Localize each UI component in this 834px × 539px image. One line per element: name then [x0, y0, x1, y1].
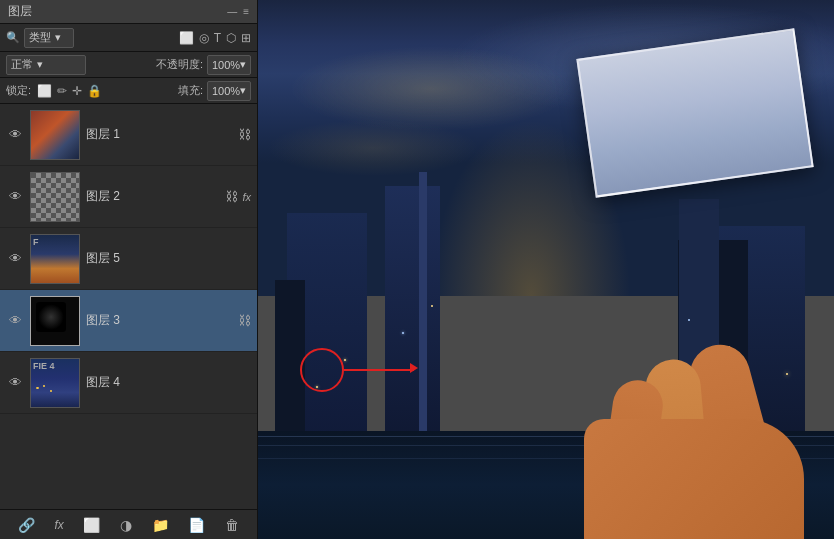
layer4-visibility-toggle[interactable]: 👁 [6, 375, 24, 390]
add-mask-button[interactable]: ⬜ [79, 515, 104, 535]
layer-item-2[interactable]: 👁 图层 2 ⛓ fx [0, 166, 257, 228]
layer-item-5[interactable]: 👁 F 图层 5 [0, 228, 257, 290]
blend-mode-dropdown[interactable]: 正常 ▾ [6, 55, 86, 75]
filter-type-arrow: ▾ [55, 31, 61, 44]
filter-adjust-icon[interactable]: ◎ [199, 31, 209, 45]
fill-arrow: ▾ [240, 84, 246, 97]
panel-footer: 🔗 fx ⬜ ◑ 📁 📄 🗑 [0, 509, 257, 539]
panel-menu-icon[interactable]: ≡ [243, 6, 249, 17]
new-group-button[interactable]: 📁 [148, 515, 173, 535]
filter-type-dropdown[interactable]: 类型 ▾ [24, 28, 74, 48]
lock-position-icon[interactable]: ✛ [72, 84, 82, 98]
opacity-value[interactable]: 100% ▾ [207, 55, 251, 75]
link-layers-button[interactable]: 🔗 [14, 515, 39, 535]
add-fx-button[interactable]: fx [50, 516, 67, 534]
filter-smart-icon[interactable]: ⊞ [241, 31, 251, 45]
layer3-link-icon[interactable]: ⛓ [238, 313, 251, 328]
lock-paint-icon[interactable]: ✏ [57, 84, 67, 98]
layer2-link-icon[interactable]: ⛓ [225, 189, 238, 204]
layer3-name: 图层 3 [86, 312, 234, 329]
panel-header-controls: — ≡ [227, 6, 249, 17]
filter-shape-icon[interactable]: ⬡ [226, 31, 236, 45]
panel-header: 图层 — ≡ [0, 0, 257, 24]
layer2-name: 图层 2 [86, 188, 221, 205]
lock-icons-group: ⬜ ✏ ✛ 🔒 [37, 84, 102, 98]
fill-value[interactable]: 100% ▾ [207, 81, 251, 101]
layer4-thumbnail: FIE 4 [30, 358, 80, 408]
panel-minimize-icon[interactable]: — [227, 6, 237, 17]
fill-row: 填充: 100% ▾ [178, 81, 251, 101]
layer1-visibility-toggle[interactable]: 👁 [6, 127, 24, 142]
opacity-label: 不透明度: [156, 57, 203, 72]
delete-layer-button[interactable]: 🗑 [221, 515, 243, 535]
layers-list: 👁 图层 1 ⛓ 👁 图层 2 ⛓ fx 👁 F 图层 5 [0, 104, 257, 509]
filter-icons-group: ⬜ ◎ T ⬡ ⊞ [179, 31, 251, 45]
photo-card-inner [579, 31, 812, 196]
layers-panel: 图层 — ≡ 🔍 类型 ▾ ⬜ ◎ T ⬡ ⊞ 正常 ▾ 不透明度: 100% [0, 0, 258, 539]
filter-type-icon[interactable]: T [214, 31, 221, 45]
filter-pixel-icon[interactable]: ⬜ [179, 31, 194, 45]
add-adjustment-button[interactable]: ◑ [116, 515, 136, 535]
layer2-visibility-toggle[interactable]: 👁 [6, 189, 24, 204]
opacity-row: 不透明度: 100% ▾ [156, 55, 251, 75]
canvas-area [258, 0, 834, 539]
layer1-thumbnail [30, 110, 80, 160]
layer4-name: 图层 4 [86, 374, 251, 391]
layer5-name: 图层 5 [86, 250, 251, 267]
opacity-arrow: ▾ [240, 58, 246, 71]
fill-number: 100% [212, 85, 240, 97]
layer3-thumbnail [30, 296, 80, 346]
layer1-link-icon[interactable]: ⛓ [238, 127, 251, 142]
layer2-fx-icon[interactable]: fx [242, 191, 251, 203]
filter-label-q: 🔍 [6, 31, 20, 44]
layer-item-3[interactable]: 👁 图层 3 ⛓ [0, 290, 257, 352]
fill-label: 填充: [178, 83, 203, 98]
new-layer-button[interactable]: 📄 [184, 515, 209, 535]
layer1-name: 图层 1 [86, 126, 234, 143]
layer-item-4[interactable]: 👁 FIE 4 图层 4 [0, 352, 257, 414]
lock-row: 锁定: ⬜ ✏ ✛ 🔒 填充: 100% ▾ [0, 78, 257, 104]
blend-mode-arrow: ▾ [37, 58, 43, 71]
lock-all-icon[interactable]: 🔒 [87, 84, 102, 98]
filter-bar: 🔍 类型 ▾ ⬜ ◎ T ⬡ ⊞ [0, 24, 257, 52]
layer5-visibility-toggle[interactable]: 👁 [6, 251, 24, 266]
blend-mode-label: 正常 [11, 57, 33, 72]
hand-area [434, 259, 834, 539]
lock-transparent-icon[interactable]: ⬜ [37, 84, 52, 98]
layer-item-1[interactable]: 👁 图层 1 ⛓ [0, 104, 257, 166]
panel-title: 图层 [8, 3, 32, 20]
opacity-number: 100% [212, 59, 240, 71]
layer2-thumbnail [30, 172, 80, 222]
layer5-thumbnail: F [30, 234, 80, 284]
lock-label: 锁定: [6, 83, 31, 98]
filter-type-label: 类型 [29, 30, 51, 45]
blend-mode-row: 正常 ▾ 不透明度: 100% ▾ [0, 52, 257, 78]
layer3-visibility-toggle[interactable]: 👁 [6, 313, 24, 328]
